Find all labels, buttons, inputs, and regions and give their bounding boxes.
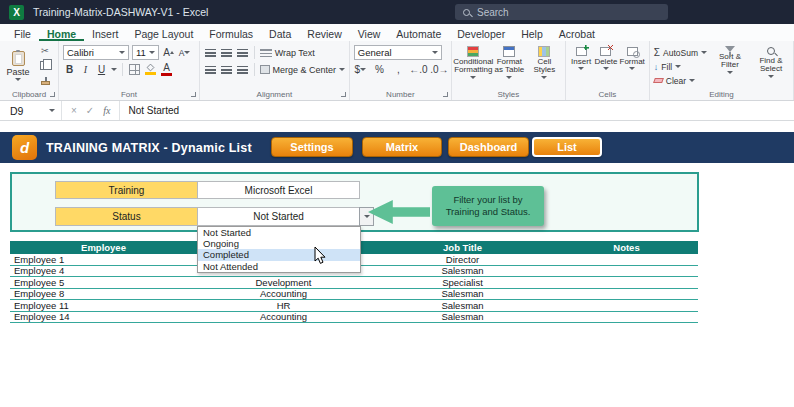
conditional-formatting-label: Conditional Formatting bbox=[453, 58, 493, 75]
underline-options-caret[interactable] bbox=[111, 68, 117, 71]
training-label-cell[interactable]: Training bbox=[55, 181, 198, 199]
format-painter-button[interactable] bbox=[36, 74, 54, 87]
dashboard-button[interactable]: Dashboard bbox=[448, 137, 529, 157]
format-as-table-button[interactable]: Format as Table bbox=[493, 44, 526, 87]
cancel-entry-button[interactable]: × bbox=[71, 105, 77, 116]
autosum-button[interactable]: Σ AutoSum bbox=[654, 46, 707, 59]
number-format-select[interactable]: General bbox=[354, 45, 442, 60]
tab-page-layout[interactable]: Page Layout bbox=[126, 24, 201, 41]
enter-entry-button[interactable]: ✓ bbox=[86, 105, 94, 116]
font-size-select[interactable]: 11 bbox=[132, 45, 159, 60]
cell-job-title[interactable]: Salesman bbox=[370, 266, 555, 277]
list-button[interactable]: List bbox=[532, 137, 602, 157]
sigma-icon: Σ bbox=[654, 47, 660, 58]
align-bottom-button[interactable] bbox=[236, 45, 249, 60]
bold-button[interactable]: B bbox=[63, 62, 76, 77]
cell-notes[interactable] bbox=[555, 254, 698, 265]
cell-job-title[interactable]: Salesman bbox=[370, 289, 555, 300]
cell-notes[interactable] bbox=[555, 300, 698, 311]
dropdown-option-not-started[interactable]: Not Started bbox=[198, 227, 360, 238]
dropdown-option-completed[interactable]: Completed bbox=[198, 249, 360, 260]
decrease-decimal-button[interactable]: .0→ bbox=[432, 62, 447, 77]
tab-view[interactable]: View bbox=[350, 24, 389, 41]
cell-employee[interactable]: Employee 11 bbox=[10, 300, 197, 311]
dialog-launcher-icon[interactable] bbox=[341, 92, 347, 98]
status-dropdown-button[interactable] bbox=[359, 207, 374, 226]
cell-department[interactable]: Accounting bbox=[197, 312, 370, 323]
font-color-button[interactable]: A bbox=[160, 62, 173, 77]
tab-file[interactable]: File bbox=[6, 24, 39, 41]
tab-acrobat[interactable]: Acrobat bbox=[551, 24, 603, 41]
tab-insert[interactable]: Insert bbox=[84, 24, 126, 41]
cut-button[interactable]: ✂ bbox=[36, 44, 54, 57]
fill-color-button[interactable] bbox=[144, 62, 157, 77]
cell-employee[interactable]: Employee 4 bbox=[10, 266, 197, 277]
dropdown-option-ongoing[interactable]: Ongoing bbox=[198, 238, 360, 249]
font-name-select[interactable]: Calibri bbox=[63, 45, 129, 60]
cell-notes[interactable] bbox=[555, 312, 698, 323]
dialog-launcher-icon[interactable] bbox=[191, 92, 197, 98]
underline-button[interactable]: U bbox=[95, 62, 108, 77]
cell-job-title[interactable]: Salesman bbox=[370, 312, 555, 323]
tab-developer[interactable]: Developer bbox=[449, 24, 513, 41]
clear-button[interactable]: Clear bbox=[654, 74, 707, 87]
align-middle-button[interactable] bbox=[220, 45, 233, 60]
training-value-cell[interactable]: Microsoft Excel bbox=[197, 181, 360, 199]
cell-notes[interactable] bbox=[555, 289, 698, 300]
delete-cells-button[interactable]: Delete bbox=[594, 44, 617, 87]
name-box[interactable]: D9 bbox=[0, 101, 62, 120]
dropdown-option-not-attended[interactable]: Not Attended bbox=[198, 261, 360, 272]
cell-employee[interactable]: Employee 14 bbox=[10, 312, 197, 323]
matrix-button[interactable]: Matrix bbox=[362, 137, 442, 157]
wrap-text-button[interactable]: Wrap Text bbox=[260, 45, 315, 60]
decrease-font-button[interactable]: A bbox=[178, 45, 191, 60]
increase-decimal-button[interactable]: ←.0 bbox=[411, 62, 426, 77]
increase-font-button[interactable]: A bbox=[162, 45, 175, 60]
cell-job-title[interactable]: Specialist bbox=[370, 277, 555, 288]
format-cells-button[interactable]: Format bbox=[620, 44, 645, 87]
paste-button[interactable]: Paste bbox=[4, 44, 32, 87]
tab-data[interactable]: Data bbox=[261, 24, 299, 41]
tab-help[interactable]: Help bbox=[513, 24, 551, 41]
conditional-formatting-button[interactable]: Conditional Formatting bbox=[456, 44, 491, 87]
status-label-cell[interactable]: Status bbox=[55, 207, 198, 226]
insert-function-button[interactable]: fx bbox=[103, 105, 110, 116]
cell-job-title[interactable]: Salesman bbox=[370, 300, 555, 311]
settings-button[interactable]: Settings bbox=[271, 137, 353, 157]
tab-review[interactable]: Review bbox=[299, 24, 349, 41]
tab-formulas[interactable]: Formulas bbox=[201, 24, 261, 41]
fill-button[interactable]: ↓ Fill bbox=[654, 60, 707, 73]
cell-styles-button[interactable]: Cell Styles bbox=[528, 44, 561, 87]
tab-automate[interactable]: Automate bbox=[388, 24, 449, 41]
tab-home[interactable]: Home bbox=[39, 24, 84, 41]
search-box[interactable]: Search bbox=[455, 4, 668, 20]
sort-filter-button[interactable]: Sort & Filter bbox=[712, 44, 748, 87]
currency-format-button[interactable]: $ bbox=[354, 62, 367, 77]
borders-button[interactable] bbox=[128, 62, 141, 77]
cell-notes[interactable] bbox=[555, 277, 698, 288]
merge-center-button[interactable]: Merge & Center bbox=[260, 62, 345, 77]
chevron-down-icon bbox=[360, 68, 366, 71]
percent-style-button[interactable]: % bbox=[373, 62, 386, 77]
align-right-button[interactable] bbox=[236, 62, 249, 77]
cell-employee[interactable]: Employee 8 bbox=[10, 289, 197, 300]
cell-job-title[interactable]: Director bbox=[370, 254, 555, 265]
comma-style-button[interactable]: , bbox=[392, 62, 405, 77]
formula-bar-value[interactable]: Not Started bbox=[128, 105, 179, 116]
dialog-launcher-icon[interactable] bbox=[50, 92, 56, 98]
cell-employee[interactable]: Employee 1 bbox=[10, 254, 197, 265]
copy-button[interactable] bbox=[36, 59, 54, 72]
cell-department[interactable]: Development bbox=[197, 277, 370, 288]
cell-department[interactable]: HR bbox=[197, 300, 370, 311]
status-value-cell[interactable]: Not Started bbox=[197, 207, 360, 226]
cell-notes[interactable] bbox=[555, 266, 698, 277]
align-top-button[interactable] bbox=[204, 45, 217, 60]
italic-button[interactable]: I bbox=[79, 62, 92, 77]
align-left-button[interactable] bbox=[204, 62, 217, 77]
insert-cells-button[interactable]: Insert bbox=[570, 44, 593, 87]
find-select-button[interactable]: Find & Select bbox=[753, 44, 789, 87]
cell-employee[interactable]: Employee 5 bbox=[10, 277, 197, 288]
align-center-button[interactable] bbox=[220, 62, 233, 77]
cell-department[interactable]: Accounting bbox=[197, 289, 370, 300]
dialog-launcher-icon[interactable] bbox=[443, 92, 449, 98]
